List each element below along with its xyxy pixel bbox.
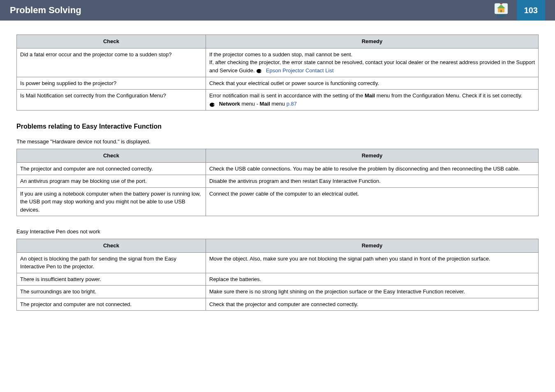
table-header-check: Check xyxy=(17,149,206,163)
table-header-remedy: Remedy xyxy=(206,149,539,163)
remedy-text: menu from the Configuration Menu. Check … xyxy=(375,92,522,99)
remedy-bold: Mail xyxy=(260,101,270,107)
remedy-cell: If the projector comes to a sudden stop,… xyxy=(206,48,539,77)
top-label: TOP xyxy=(497,14,505,18)
table-row: There is insufficient battery power. Rep… xyxy=(17,273,539,286)
remedy-cell: Make sure there is no strong light shini… xyxy=(206,286,539,298)
remedy-text: Error notification mail is sent in accor… xyxy=(209,92,365,99)
check-cell: An object is blocking the path for sendi… xyxy=(17,252,206,273)
header-right: TOP 103 xyxy=(492,0,545,21)
check-cell: An antivirus program may be blocking use… xyxy=(17,175,206,188)
remedy-bold: Network xyxy=(219,101,240,107)
table-row: Is Mail Notification set correctly from … xyxy=(17,90,539,111)
table-header-remedy: Remedy xyxy=(206,239,539,253)
remedy-text: If the projector comes to a sudden stop,… xyxy=(209,51,352,58)
table-header-check: Check xyxy=(17,35,206,48)
check-cell: There is insufficient battery power. xyxy=(17,273,206,286)
remedy-cell: Disable the antivirus program and then r… xyxy=(206,175,539,188)
svg-rect-3 xyxy=(500,10,502,12)
remedy-cell: Check that your electrical outlet or pow… xyxy=(206,77,539,90)
remedy-cell: Connect the power cable of the computer … xyxy=(206,187,539,216)
troubleshoot-table-1: Check Remedy Did a fatal error occur and… xyxy=(16,35,539,111)
page-number: 103 xyxy=(517,0,545,21)
remedy-link[interactable]: Epson Projector Contact List xyxy=(266,67,334,74)
table-header-check: Check xyxy=(17,239,206,253)
check-cell: The projector and computer are not conne… xyxy=(17,298,206,311)
table-row: Is power being supplied to the projector… xyxy=(17,77,539,90)
remedy-bold: Mail xyxy=(365,92,375,99)
remedy-cell: Replace the batteries. xyxy=(206,273,539,286)
top-home-button[interactable]: TOP xyxy=(492,1,510,19)
remedy-text: menu xyxy=(270,101,287,107)
remedy-cell: Move the object. Also, make sure you are… xyxy=(206,252,539,273)
table-row: Did a fatal error occur and the projecto… xyxy=(17,48,539,77)
troubleshoot-table-3: Check Remedy An object is blocking the p… xyxy=(16,239,539,311)
pointer-icon xyxy=(256,67,264,75)
table-row: An object is blocking the path for sendi… xyxy=(17,252,539,273)
table-row: The projector and computer are not conne… xyxy=(17,298,539,311)
remedy-cell: Check that the projector and computer ar… xyxy=(206,298,539,311)
check-cell: If you are using a notebook computer whe… xyxy=(17,187,206,216)
check-cell: Is Mail Notification set correctly from … xyxy=(17,90,206,111)
table-row: The projector and computer are not conne… xyxy=(17,162,539,175)
sub-heading: The message "Hardware device not found."… xyxy=(16,138,539,145)
table-row: The surroundings are too bright. Make su… xyxy=(17,286,539,298)
section-heading: Problems relating to Easy Interactive Fu… xyxy=(16,123,539,130)
check-cell: The projector and computer are not conne… xyxy=(17,162,206,175)
check-cell: Is power being supplied to the projector… xyxy=(17,77,206,90)
pointer-icon xyxy=(209,100,217,108)
remedy-text: menu - xyxy=(240,101,260,107)
table-row: If you are using a notebook computer whe… xyxy=(17,187,539,216)
check-cell: Did a fatal error occur and the projecto… xyxy=(17,48,206,77)
header-bar: Problem Solving TOP 103 xyxy=(0,0,555,21)
remedy-cell: Check the USB cable connections. You may… xyxy=(206,162,539,175)
content-area: Check Remedy Did a fatal error occur and… xyxy=(0,21,555,331)
remedy-link[interactable]: p.87 xyxy=(287,101,297,107)
table-row: An antivirus program may be blocking use… xyxy=(17,175,539,188)
remedy-cell: Error notification mail is sent in accor… xyxy=(206,90,539,111)
check-cell: The surroundings are too bright. xyxy=(17,286,206,298)
table-header-remedy: Remedy xyxy=(206,35,539,48)
page-title: Problem Solving xyxy=(10,5,81,16)
troubleshoot-table-2: Check Remedy The projector and computer … xyxy=(16,149,539,216)
sub-heading: Easy Interactive Pen does not work xyxy=(16,228,539,235)
